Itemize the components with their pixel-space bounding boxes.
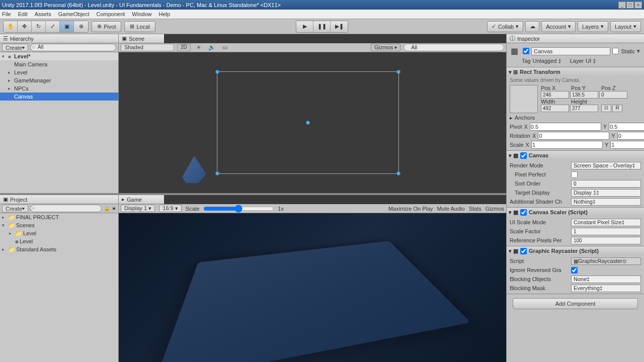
- hierarchy-search[interactable]: All: [30, 44, 116, 51]
- transform-tool[interactable]: ⊕: [74, 21, 88, 32]
- pivot-y[interactable]: [609, 123, 644, 131]
- canvas-enabled[interactable]: [520, 152, 527, 159]
- move-tool[interactable]: ✥: [18, 21, 32, 32]
- blocking-mask-dropdown[interactable]: Everything ‡: [571, 285, 641, 292]
- display-dropdown[interactable]: Display 1 ▾: [121, 205, 155, 212]
- hierarchy-item[interactable]: ▸NPCs: [0, 84, 118, 93]
- blueprint-toggle[interactable]: ⊡: [601, 105, 611, 112]
- hierarchy-tab[interactable]: ☰ Hierarchy: [0, 34, 118, 43]
- scene-view[interactable]: [119, 52, 506, 193]
- project-item[interactable]: ▾📁 Scenes: [0, 221, 118, 229]
- game-tab[interactable]: ▸ Game: [119, 195, 164, 204]
- step-button[interactable]: ▶❚: [331, 21, 348, 32]
- rect-tool[interactable]: ▣: [60, 21, 74, 32]
- maximize-button[interactable]: □: [626, 2, 634, 9]
- project-create[interactable]: Create ▾: [2, 205, 28, 212]
- canvas-component-header[interactable]: ▾ ▦ Canvas: [507, 151, 644, 160]
- scale-y[interactable]: [610, 141, 644, 149]
- hierarchy-item[interactable]: Main Camera: [0, 60, 118, 68]
- pivot-handle[interactable]: [306, 121, 310, 125]
- inspector-tab[interactable]: ⓘ Inspector: [507, 34, 644, 43]
- width-field[interactable]: [541, 105, 569, 112]
- filter-icon[interactable]: 🔒: [104, 206, 110, 211]
- project-tab[interactable]: ▣ Project: [0, 195, 118, 204]
- maximize-on-play[interactable]: Maximize On Play: [388, 206, 433, 212]
- blocking-objects-dropdown[interactable]: None ‡: [571, 276, 641, 283]
- audio-icon[interactable]: 🔊: [207, 44, 217, 51]
- project-item[interactable]: ▸📁 Standard Assets: [0, 245, 118, 253]
- menu-component[interactable]: Component: [96, 11, 125, 17]
- menu-window[interactable]: Window: [132, 11, 151, 17]
- fx-icon[interactable]: ▭: [220, 44, 230, 51]
- height-field[interactable]: [570, 105, 598, 112]
- target-display-dropdown[interactable]: Display 1 ‡: [571, 189, 641, 197]
- collab-dropdown[interactable]: ✓ Collab ▾: [487, 21, 523, 32]
- play-button[interactable]: ▶: [296, 21, 313, 32]
- canvas-scaler-header[interactable]: ▾ ▦ Canvas Scaler (Script): [507, 208, 644, 217]
- scale-factor-field[interactable]: 1: [571, 228, 641, 235]
- anchor-preset[interactable]: [510, 85, 538, 113]
- layers-dropdown[interactable]: Layers ▾: [578, 21, 608, 32]
- shading-mode[interactable]: Shaded: [121, 44, 174, 51]
- layer-dropdown[interactable]: UI ‡: [586, 58, 621, 64]
- posy-field[interactable]: [570, 91, 598, 99]
- hierarchy-item-selected[interactable]: Canvas: [0, 93, 118, 101]
- menu-gameobject[interactable]: GameObject: [58, 11, 90, 17]
- shader-channels-dropdown[interactable]: Nothing ‡: [571, 198, 641, 206]
- scene-tab[interactable]: ▣ Scene: [119, 34, 164, 43]
- rot-y[interactable]: [617, 132, 644, 140]
- scaler-enabled[interactable]: [520, 209, 527, 216]
- graphic-raycaster-header[interactable]: ▾ ▦ Graphic Raycaster (Script): [507, 246, 644, 255]
- pivot-x[interactable]: [530, 123, 601, 131]
- hierarchy-item[interactable]: ▸GameManager: [0, 76, 118, 84]
- account-dropdown[interactable]: Account ▾: [541, 21, 576, 32]
- sort-order-field[interactable]: 0: [571, 180, 641, 188]
- project-item[interactable]: ▸📁 Level: [0, 229, 118, 237]
- rot-x[interactable]: [538, 132, 609, 140]
- game-gizmos[interactable]: Gizmos: [486, 206, 504, 212]
- pause-button[interactable]: ❚❚: [313, 21, 331, 32]
- menu-assets[interactable]: Assets: [35, 11, 51, 17]
- menu-help[interactable]: Help: [158, 11, 170, 17]
- raw-toggle[interactable]: R: [612, 105, 622, 112]
- rotate-tool[interactable]: ↻: [32, 21, 46, 32]
- favorite-icon[interactable]: ★: [112, 206, 116, 211]
- aspect-dropdown[interactable]: 16:9 ▾: [159, 205, 181, 212]
- mute-audio[interactable]: Mute Audio: [437, 206, 465, 212]
- ref-pixels-field[interactable]: 100: [571, 237, 641, 244]
- posx-field[interactable]: [541, 91, 569, 99]
- cloud-button[interactable]: ☁: [525, 21, 539, 32]
- project-search[interactable]: [30, 205, 102, 212]
- canvas-gizmo[interactable]: [217, 71, 399, 174]
- 2d-toggle[interactable]: 2D: [177, 44, 191, 51]
- active-checkbox[interactable]: [523, 48, 529, 54]
- pivot-toggle[interactable]: ⊕ Pivot: [92, 21, 121, 32]
- render-mode-dropdown[interactable]: Screen Space - Overlay ‡: [571, 162, 641, 169]
- local-toggle[interactable]: ⊞ Local: [124, 21, 155, 32]
- hierarchy-create[interactable]: Create ▾: [2, 44, 28, 51]
- raycaster-enabled[interactable]: [520, 248, 527, 254]
- lighting-icon[interactable]: ☀: [194, 44, 204, 51]
- rect-transform-header[interactable]: ▾ ⊞ Rect Transform: [507, 67, 644, 76]
- add-component-button[interactable]: Add Component: [513, 298, 638, 309]
- scene-search[interactable]: All: [404, 44, 504, 51]
- menu-file[interactable]: File: [2, 11, 11, 17]
- object-name-field[interactable]: [531, 47, 610, 55]
- stats-toggle[interactable]: Stats: [469, 206, 481, 212]
- minimize-button[interactable]: _: [618, 2, 626, 9]
- scale-tool[interactable]: ⤢: [46, 21, 60, 32]
- static-checkbox[interactable]: [612, 48, 619, 54]
- hand-tool[interactable]: ✋: [4, 21, 18, 32]
- scale-mode-dropdown[interactable]: Constant Pixel Size ‡: [571, 219, 641, 226]
- layout-dropdown[interactable]: Layout ▾: [610, 21, 641, 32]
- scene-row[interactable]: ▾⎈Level*: [0, 52, 118, 60]
- close-button[interactable]: ×: [634, 2, 642, 9]
- menu-edit[interactable]: Edit: [18, 11, 28, 17]
- project-item[interactable]: ⎈ Level: [0, 237, 118, 245]
- scale-x[interactable]: [531, 141, 603, 149]
- gizmos-dropdown[interactable]: Gizmos ▾: [371, 44, 400, 51]
- project-item[interactable]: ▸📁 FINAL PROJECT: [0, 213, 118, 221]
- hierarchy-item[interactable]: ▸Level: [0, 68, 118, 76]
- pixel-perfect-checkbox[interactable]: [571, 171, 578, 178]
- tag-dropdown[interactable]: Untagged ‡: [533, 58, 568, 64]
